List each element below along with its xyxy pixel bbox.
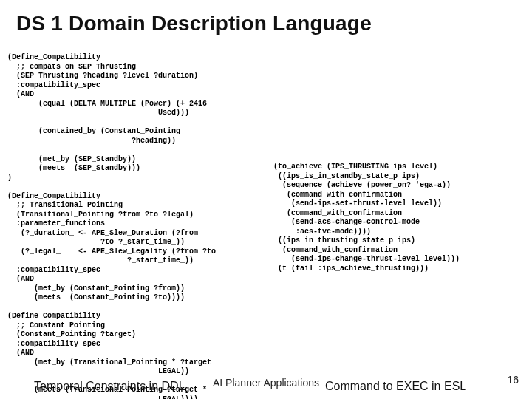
slide-title: DS 1 Domain Description Language [16, 12, 372, 35]
page-number: 16 [507, 374, 519, 386]
slide: DS 1 Domain Description Language (Define… [0, 0, 532, 399]
footer-right-label: Command to EXEC in ESL [325, 380, 466, 393]
code-left-ddl: (Define_Compatibility ;; compats on SEP_… [7, 53, 281, 399]
code-right-esl: (to_achieve (IPS_THRUSTING ips level) ((… [273, 163, 525, 273]
footer-left-label: Temporal Constraints in DDL [34, 380, 185, 393]
